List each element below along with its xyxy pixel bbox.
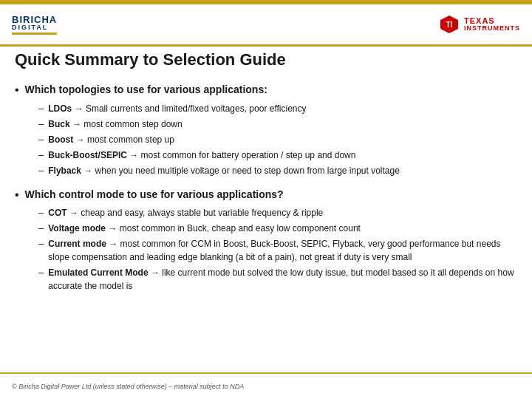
bullet-dot-1: • [15,83,19,97]
biricha-name-top: BIRICHA [12,15,57,24]
header: BIRICHA DIGITAL TI TEXAS INSTRUMENTS [0,4,532,44]
biricha-logo: BIRICHA DIGITAL [12,15,57,35]
footer: © Biricha Digital Power Ltd (unless stat… [0,372,532,399]
section-topologies: • Which topologies to use for various ap… [15,83,517,177]
section-control: • Which control mode to use for various … [15,188,517,293]
list-item: – Buck-Boost/SEPIC → most common for bat… [38,149,517,162]
list-item: – Current mode → most common for CCM in … [38,237,517,264]
control-subitems: – COT → cheap and easy, always stable bu… [38,206,517,293]
list-item: – Flyback → when you need multiple volta… [38,164,517,177]
page-title: Quick Summary to Selection Guide [15,50,517,69]
biricha-name-bottom: DIGITAL [12,24,48,31]
bullet-topologies: • Which topologies to use for various ap… [15,83,517,98]
ti-instruments-label: INSTRUMENTS [464,25,520,33]
ti-logo: TI TEXAS INSTRUMENTS [439,14,520,35]
list-item: – Voltage mode → most common in Buck, ch… [38,222,517,235]
ti-text: TEXAS INSTRUMENTS [464,16,520,33]
ti-emblem-icon: TI [439,14,460,35]
footer-text: © Biricha Digital Power Ltd (unless stat… [12,383,244,390]
topologies-subitems: – LDOs → Small currents and limited/fixe… [38,102,517,177]
control-heading: Which control mode to use for various ap… [25,188,284,202]
header-bottom-border [0,44,532,47]
bullet-control: • Which control mode to use for various … [15,188,517,202]
main-content: Quick Summary to Selection Guide • Which… [15,50,517,369]
topologies-heading: Which topologies to use for various appl… [25,83,267,98]
bullet-dot-2: • [15,188,19,202]
list-item: – COT → cheap and easy, always stable bu… [38,206,517,219]
list-item: – Boost → most common step up [38,133,517,146]
biricha-logo-bar [12,33,57,35]
svg-text:TI: TI [446,21,453,29]
list-item: – LDOs → Small currents and limited/fixe… [38,102,517,115]
list-item: – Emulated Current Mode → like current m… [38,266,517,293]
list-item: – Buck → most common step down [38,117,517,131]
